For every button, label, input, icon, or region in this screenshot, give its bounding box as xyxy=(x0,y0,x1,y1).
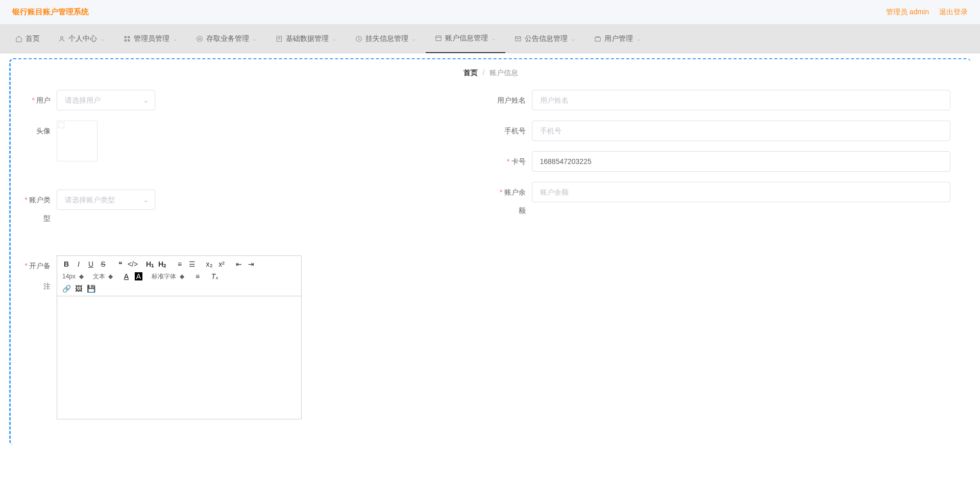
indent-right-icon[interactable]: ⇥ xyxy=(245,258,257,270)
chevron-down-icon: ⌄ xyxy=(636,35,641,42)
breadcrumb-home[interactable]: 首页 xyxy=(463,68,478,77)
chevron-down-icon: ⌄ xyxy=(411,35,416,42)
app-title: 银行账目账户管理系统 xyxy=(12,7,89,17)
username-label: 用户姓名 xyxy=(496,90,532,110)
superscript-icon[interactable]: x² xyxy=(215,258,228,270)
form-panel: 首页 / 账户信息 *用户 ⌄ 头像 xyxy=(9,58,971,445)
ordered-list-icon[interactable]: ≡ xyxy=(174,258,186,270)
balance-input[interactable] xyxy=(532,182,951,202)
nav-user-manage[interactable]: 用户管理 ⌄ xyxy=(585,25,650,53)
svg-rect-1 xyxy=(125,36,127,38)
svg-rect-14 xyxy=(595,37,601,41)
svg-rect-4 xyxy=(128,39,130,41)
breadcrumb-current: 账户信息 xyxy=(489,68,518,77)
bold-icon[interactable]: B xyxy=(60,258,72,270)
italic-icon[interactable]: I xyxy=(72,258,85,270)
admin-link[interactable]: 管理员 admin xyxy=(886,8,929,17)
code-icon[interactable]: </> xyxy=(127,258,139,270)
chevron-down-icon: ⌄ xyxy=(252,35,257,42)
mail-icon xyxy=(514,35,522,42)
underline-icon[interactable]: U xyxy=(85,258,97,270)
svg-rect-11 xyxy=(436,36,442,40)
breadcrumb: 首页 / 账户信息 xyxy=(11,59,971,85)
chevron-down-icon: ⌄ xyxy=(332,35,337,42)
nav-loss-report-manage[interactable]: 挂失信息管理 ⌄ xyxy=(346,25,426,53)
user-select[interactable] xyxy=(57,90,155,110)
svg-point-6 xyxy=(199,38,201,40)
format-select[interactable]: 文本 ◆ xyxy=(91,270,115,282)
svg-rect-3 xyxy=(125,39,127,41)
h1-icon[interactable]: H₁ xyxy=(144,258,156,270)
logout-link[interactable]: 退出登录 xyxy=(939,8,968,17)
editor-toolbar: B I U S ❝ </> H₁ H₂ xyxy=(57,256,301,296)
grid-icon xyxy=(124,35,131,42)
subscript-icon[interactable]: x₂ xyxy=(203,258,215,270)
balance-label: *账户余 额 xyxy=(496,182,532,220)
font-size-select[interactable]: 14px ◆ xyxy=(60,270,86,282)
nav-admin-manage[interactable]: 管理员管理 ⌄ xyxy=(114,25,187,53)
font-family-select[interactable]: 标准字体 ◆ xyxy=(150,270,186,282)
nav-account-info-manage[interactable]: 账户信息管理 ⌄ xyxy=(426,25,505,53)
username-input[interactable] xyxy=(532,90,951,110)
nav-notice-manage[interactable]: 公告信息管理 ⌄ xyxy=(505,25,585,53)
card-input[interactable] xyxy=(532,151,951,172)
top-header: 银行账目账户管理系统 管理员 admin 退出登录 xyxy=(0,0,980,25)
account-type-label: *账户类 型 xyxy=(21,190,57,227)
card-label: *卡号 xyxy=(496,151,532,172)
link-icon[interactable]: 🔗 xyxy=(60,282,72,295)
strikethrough-icon[interactable]: S xyxy=(97,258,109,270)
list-icon xyxy=(435,35,442,42)
indent-left-icon[interactable]: ⇤ xyxy=(233,258,245,270)
rich-text-editor: B I U S ❝ </> H₁ H₂ xyxy=(57,255,302,419)
quote-icon[interactable]: ❝ xyxy=(114,258,127,270)
align-icon[interactable]: ≡ xyxy=(191,270,204,282)
svg-point-0 xyxy=(61,36,63,39)
text-color-icon[interactable]: A xyxy=(120,270,132,282)
chevron-down-icon: ⌄ xyxy=(571,35,576,42)
clock-icon xyxy=(355,35,362,42)
nav-deposit-manage[interactable]: 存取业务管理 ⌄ xyxy=(187,25,266,53)
clear-format-icon[interactable]: Tₓ xyxy=(209,270,221,282)
avatar-upload[interactable] xyxy=(57,121,97,161)
phone-input[interactable] xyxy=(532,121,951,141)
home-icon xyxy=(15,35,22,42)
user-icon xyxy=(58,35,65,42)
svg-rect-2 xyxy=(128,36,130,38)
circle-icon xyxy=(196,35,203,42)
remark-label: *开户备注 xyxy=(21,255,57,296)
save-icon[interactable]: 💾 xyxy=(85,282,97,295)
main-nav: 首页 个人中心 ⌄ 管理员管理 ⌄ 存取业务管理 ⌄ 基础数据管理 ⌄ 挂失信息… xyxy=(0,25,980,53)
nav-home[interactable]: 首页 xyxy=(6,25,49,53)
nav-base-data-manage[interactable]: 基础数据管理 ⌄ xyxy=(266,25,346,53)
chevron-down-icon: ⌄ xyxy=(173,35,178,42)
doc-icon xyxy=(276,35,283,42)
svg-point-5 xyxy=(197,36,203,41)
chevron-down-icon: ⌄ xyxy=(491,35,496,42)
unordered-list-icon[interactable]: ☰ xyxy=(186,258,198,270)
h2-icon[interactable]: H₂ xyxy=(156,258,168,270)
avatar-label: 头像 xyxy=(21,121,57,141)
nav-personal-center[interactable]: 个人中心 ⌄ xyxy=(49,25,114,53)
broken-image-icon xyxy=(58,122,64,128)
account-type-select[interactable] xyxy=(57,190,155,210)
bg-color-icon[interactable]: A xyxy=(132,270,144,282)
editor-content-area[interactable] xyxy=(57,296,301,419)
chevron-down-icon: ⌄ xyxy=(100,35,105,42)
folder-icon xyxy=(594,35,601,42)
image-icon[interactable]: 🖼 xyxy=(72,282,85,295)
phone-label: 手机号 xyxy=(496,121,532,141)
user-label: *用户 xyxy=(21,90,57,110)
